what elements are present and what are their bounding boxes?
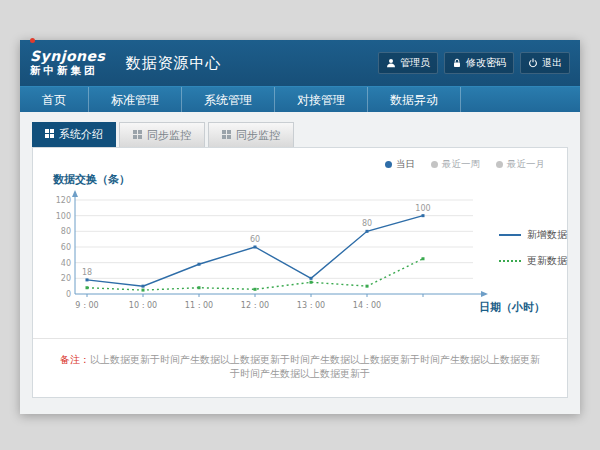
header: Synjones 新中新集团 数据资源中心 管理员 修改密码 [20,40,580,86]
svg-text:10：00: 10：00 [129,301,157,310]
app-window: Synjones 新中新集团 数据资源中心 管理员 修改密码 [20,40,580,414]
series-legend: 新增数据 更新数据 [499,228,567,268]
svg-text:100: 100 [415,204,430,213]
svg-text:20: 20 [61,274,71,283]
header-actions: 管理员 修改密码 退出 [378,52,570,74]
y-axis-title: 数据交换（条） [53,172,130,187]
tab-label: 系统介绍 [59,127,103,142]
power-icon [528,58,538,68]
lock-icon [452,58,462,68]
user-icon [386,58,396,68]
svg-text:40: 40 [61,259,71,268]
chart-panel: 当日 最近一周 最近一月 数据交换（条） 0204060801001209：00… [32,147,568,398]
svg-text:18: 18 [82,268,92,277]
nav-item-standard-mgmt[interactable]: 标准管理 [89,87,182,112]
tab-system-intro[interactable]: 系统介绍 [32,122,116,147]
svg-text:13：00: 13：00 [297,301,325,310]
tab-bar: 系统介绍 同步监控 同步监控 [32,122,294,147]
svg-text:60: 60 [61,243,71,252]
legend-filter-label: 当日 [396,158,415,171]
page-title: 数据资源中心 [125,54,221,73]
series-name: 新增数据 [527,228,567,242]
svg-text:14：00: 14：00 [353,301,381,310]
line-chart: 0204060801001209：0010：0011：0012：0013：001… [45,190,495,326]
chart-svg: 0204060801001209：0010：0011：0012：0013：001… [45,190,495,322]
legend-filter-dot [385,161,392,168]
series-line-sample [499,260,521,262]
tab-sync-monitor-1[interactable]: 同步监控 [119,122,205,147]
nav-item-data-change[interactable]: 数据异动 [368,87,461,112]
brand-company: 新中新集团 [30,65,105,77]
footnote-text: 以上数据更新于时间产生数据以上数据更新于时间产生数据以上数据更新于时间产生数据以… [90,354,540,379]
admin-user-button[interactable]: 管理员 [378,52,438,74]
legend-filters: 当日 最近一周 最近一月 [385,158,545,171]
x-axis-title: 日期（小时） [479,300,545,315]
tab-label: 同步监控 [236,128,280,143]
grid-icon [45,128,54,141]
svg-text:0: 0 [66,290,71,299]
nav-item-interface-mgmt[interactable]: 对接管理 [275,87,368,112]
legend-filter-dot [496,161,503,168]
grid-icon [222,129,231,142]
svg-text:9：00: 9：00 [75,301,98,310]
logout-button[interactable]: 退出 [520,52,570,74]
brand-logo: Synjones [30,49,105,64]
brand: Synjones 新中新集团 [30,49,105,77]
grid-icon [133,129,142,142]
admin-user-label: 管理员 [400,56,430,70]
series-legend-item[interactable]: 新增数据 [499,228,567,242]
series-line-sample [499,234,521,236]
change-password-label: 修改密码 [466,56,506,70]
content-area: 系统介绍 同步监控 同步监控 当日 [20,112,580,414]
tab-label: 同步监控 [147,128,191,143]
logout-label: 退出 [542,56,562,70]
svg-text:120: 120 [56,196,71,205]
nav-item-system-mgmt[interactable]: 系统管理 [182,87,275,112]
legend-filter-label: 最近一月 [507,158,545,171]
svg-text:11：00: 11：00 [185,301,213,310]
legend-filter-last-month[interactable]: 最近一月 [496,158,545,171]
change-password-button[interactable]: 修改密码 [444,52,514,74]
series-legend-item[interactable]: 更新数据 [499,254,567,268]
footnote-prefix: 备注： [60,354,90,365]
footnote: 备注：以上数据更新于时间产生数据以上数据更新于时间产生数据以上数据更新于时间产生… [33,338,567,381]
tab-sync-monitor-2[interactable]: 同步监控 [208,122,294,147]
legend-filter-dot [431,161,438,168]
main-nav: 首页 标准管理 系统管理 对接管理 数据异动 [20,86,580,112]
logo-red-dot-icon [30,38,35,43]
legend-filter-last-week[interactable]: 最近一周 [431,158,480,171]
svg-text:80: 80 [61,227,71,236]
svg-text:100: 100 [56,212,71,221]
svg-text:80: 80 [362,219,372,228]
legend-filter-label: 最近一周 [442,158,480,171]
legend-filter-today[interactable]: 当日 [385,158,415,171]
svg-text:12：00: 12：00 [241,301,269,310]
nav-item-home[interactable]: 首页 [20,87,89,112]
series-name: 更新数据 [527,254,567,268]
svg-text:60: 60 [250,235,260,244]
